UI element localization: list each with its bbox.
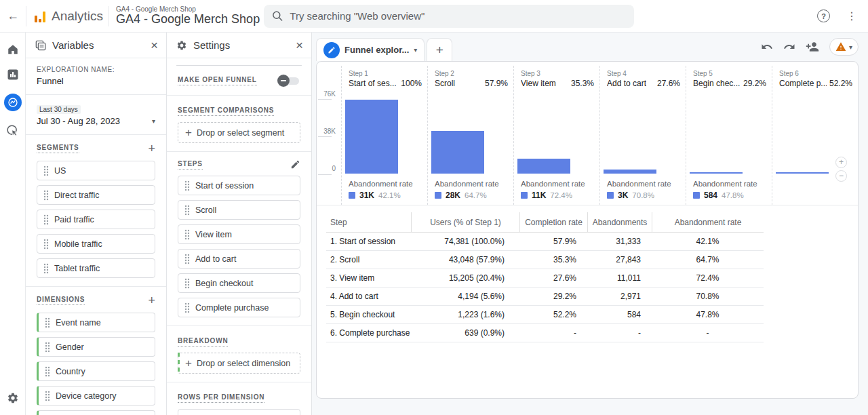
legend-swatch (435, 192, 441, 199)
dimension-chip[interactable]: First user medium (37, 410, 155, 415)
step-number: Step 3 (521, 69, 594, 79)
dimension-chip[interactable]: Gender (37, 337, 155, 357)
legend-swatch (693, 192, 700, 199)
funnel-step-column: Step 2 Scroll 57.9% Abandonment rate 28K… (427, 66, 513, 205)
step-completion-rate: 29.2% (741, 79, 766, 88)
zoom-in-icon[interactable]: + (835, 157, 847, 168)
analytics-logo-icon[interactable] (35, 10, 45, 22)
home-icon[interactable] (7, 43, 19, 56)
reports-icon[interactable] (7, 68, 19, 81)
kebab-menu-icon[interactable]: ⋮ (846, 9, 857, 22)
drag-handle-icon (43, 239, 49, 250)
segment-chip[interactable]: Add to cart (178, 249, 300, 269)
funnel-bar[interactable] (604, 170, 656, 174)
chip-label: Begin checkout (195, 279, 253, 288)
dimensions-list: Event name Gender Country Device categor… (37, 313, 155, 415)
segment-chip[interactable]: Direct traffic (37, 185, 155, 205)
add-dimension-icon[interactable]: + (148, 294, 155, 307)
abandonment-legend: Abandonment rate 31K 42.1% (349, 180, 426, 200)
breakdown-section: BREAKDOWN + Drop or select dimension (167, 326, 311, 382)
new-tab-button[interactable]: + (427, 38, 452, 61)
cell-abandonment-rate: 64.7% (652, 255, 764, 264)
dimension-chip[interactable]: Event name (37, 313, 155, 332)
chip-label: Device category (56, 391, 117, 401)
dimensions-label: DIMENSIONS (37, 296, 85, 305)
cell-step: 4. Add to cart (326, 292, 411, 301)
dimension-drop-zone[interactable]: + Drop or select dimension (178, 353, 300, 374)
exploration-name-value[interactable]: Funnel (37, 76, 155, 86)
segment-chip[interactable]: Scroll (178, 200, 300, 220)
breadcrumb[interactable]: GA4 - Google Merch Shop GA4 - Google Mer… (116, 5, 260, 26)
chevron-down-icon: ▾ (152, 117, 155, 125)
funnel-bar[interactable] (776, 172, 829, 174)
funnel-bar[interactable] (517, 159, 570, 174)
cell-completion-rate: 52.2% (519, 310, 587, 319)
help-icon[interactable]: ? (817, 9, 830, 22)
search-input[interactable] (290, 10, 626, 22)
admin-gear-icon[interactable] (7, 392, 19, 404)
settings-title: Settings (193, 39, 230, 51)
share-person-add-icon[interactable] (806, 40, 819, 54)
edit-steps-pencil-icon[interactable] (290, 159, 300, 170)
segment-drop-zone[interactable]: + Drop or select segment (178, 122, 300, 143)
dimension-chip[interactable]: Device category (37, 386, 155, 406)
segment-chip[interactable]: Tablet traffic (37, 258, 155, 278)
abandonment-value: 3K (618, 191, 628, 200)
table-row: 4. Add to cart 4,194 (5.6%) 29.2% 2,971 … (326, 288, 764, 306)
date-range-selector[interactable]: Jul 30 - Aug 28, 2023 ▾ (37, 116, 155, 126)
product-name: Analytics (52, 9, 103, 24)
tab-funnel-exploration[interactable]: Funnel explor... ▾ (316, 38, 425, 61)
drag-handle-icon (45, 342, 50, 353)
rows-per-dimension-select[interactable]: 5 ▾ (178, 409, 300, 415)
dimension-chip[interactable]: Country (37, 361, 155, 381)
add-segment-icon[interactable]: + (148, 142, 155, 155)
close-icon[interactable]: × (151, 39, 158, 52)
step-name: View item (521, 79, 556, 88)
step-completion-rate: 35.3% (568, 79, 594, 88)
cell-users: 43,048 (57.9%) (411, 255, 519, 264)
cell-abandonment-rate: - (652, 328, 764, 338)
search-bar[interactable] (264, 5, 634, 28)
funnel-step-column: Step 5 Begin chec... 29.2% Abandonment r… (686, 66, 772, 205)
cell-users: 4,194 (5.6%) (411, 292, 519, 301)
make-open-funnel-toggle[interactable] (277, 75, 300, 87)
y-axis-tick: 0 (317, 165, 336, 172)
drag-handle-icon (45, 317, 50, 328)
close-icon[interactable]: × (296, 39, 303, 52)
segment-chip[interactable]: US (37, 161, 155, 180)
left-nav-rail (0, 33, 26, 415)
segment-chip[interactable]: Paid traffic (37, 210, 155, 229)
legend-swatch (349, 192, 355, 199)
date-range-section: Last 30 days Jul 30 - Aug 28, 2023 ▾ (26, 95, 166, 135)
redo-icon[interactable] (783, 41, 795, 53)
scrolled-element-remnant (176, 65, 302, 66)
segment-chip[interactable]: Complete purchase (178, 298, 300, 317)
apps-grid-icon[interactable] (791, 11, 801, 21)
date-range-value: Jul 30 - Aug 28, 2023 (37, 116, 120, 126)
step-number: Step 5 (693, 69, 766, 79)
warning-menu[interactable]: ▾ (829, 38, 859, 56)
segment-chip[interactable]: View item (178, 224, 300, 244)
funnel-bar[interactable] (690, 172, 743, 174)
chip-label: US (54, 166, 66, 176)
divider (108, 6, 109, 26)
advertising-icon[interactable] (6, 124, 19, 137)
back-icon[interactable]: ← (5, 7, 20, 26)
cell-completion-rate: 27.6% (519, 273, 587, 283)
drag-handle-icon (184, 254, 190, 264)
legend-swatch (607, 192, 614, 199)
warning-icon (835, 41, 846, 52)
chip-label: Gender (56, 342, 84, 352)
funnel-bar[interactable] (431, 131, 484, 174)
undo-icon[interactable] (761, 41, 773, 53)
zoom-out-icon[interactable]: − (835, 170, 847, 182)
explore-icon[interactable] (4, 94, 22, 111)
segment-chip[interactable]: Mobile traffic (37, 234, 155, 254)
chevron-down-icon[interactable]: ▾ (414, 46, 417, 54)
segment-chip[interactable]: Begin checkout (178, 273, 300, 293)
funnel-step-header: Step 5 Begin chec... 29.2% (686, 66, 772, 88)
funnel-bar[interactable] (345, 100, 398, 174)
cell-users: 639 (0.9%) (411, 328, 519, 338)
segment-chip[interactable]: Start of session (178, 176, 300, 195)
table-row: 3. View item 15,205 (20.4%) 27.6% 11,011… (326, 269, 764, 288)
